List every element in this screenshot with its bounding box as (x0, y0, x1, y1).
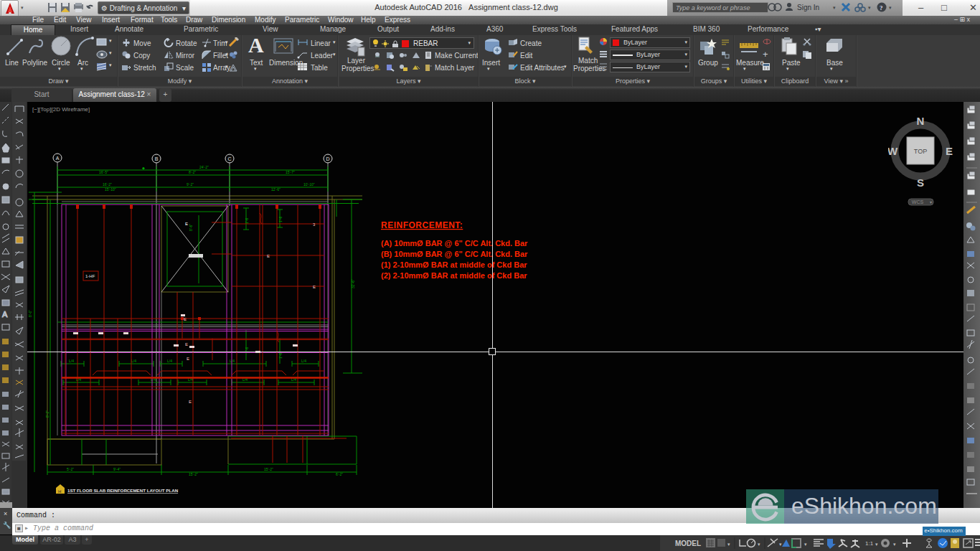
svg-text:8'-2": 8'-2" (45, 410, 50, 418)
svg-text:H: H (58, 489, 61, 494)
svg-text:L/4: L/4 (131, 359, 136, 363)
svg-text:1'-6: 1'-6 (278, 353, 283, 359)
svg-text:15'-7": 15'-7" (286, 170, 295, 174)
svg-text:▾: ▾ (758, 542, 760, 547)
svg-text:▾: ▾ (868, 5, 871, 10)
svg-text:B: B (155, 156, 159, 161)
svg-text:L/4: L/4 (167, 359, 172, 363)
svg-text:1'-6: 1'-6 (245, 218, 249, 224)
svg-text:A: A (2, 310, 8, 319)
svg-text:L/4: L/4 (301, 359, 306, 363)
svg-text:9'-2": 9'-2" (187, 182, 194, 187)
svg-text:W: W (888, 145, 898, 157)
svg-text:E: E (946, 145, 953, 157)
svg-text:3: 3 (313, 222, 316, 227)
svg-text:(2) 2-10mmØ BAR at middle of C: (2) 2-10mmØ BAR at middle of Ckd Bar (381, 271, 527, 280)
svg-text:Sign In: Sign In (797, 4, 819, 11)
svg-text:REINFORCEMENT:: REINFORCEMENT: (381, 220, 463, 230)
svg-text:E: E (189, 400, 192, 404)
svg-text:▾: ▾ (893, 542, 896, 547)
svg-text:(A) 10mmØ BAR @ 6" C/C Alt. Ck: (A) 10mmØ BAR @ 6" C/C Alt. Ckd. Bar (381, 239, 528, 248)
svg-text:(B) 10mmØ BAR @ 6" C/C Alt. Ck: (B) 10mmØ BAR @ 6" C/C Alt. Ckd. Bar (381, 250, 528, 258)
svg-text:TOP: TOP (914, 148, 927, 155)
svg-text:1:1: 1:1 (865, 540, 874, 547)
svg-text:E: E (184, 317, 187, 321)
svg-text:16'-2": 16'-2" (103, 182, 112, 187)
svg-text:E: E (185, 222, 188, 226)
svg-text:▾: ▾ (875, 542, 878, 547)
svg-text:16'-5": 16'-5" (99, 170, 108, 174)
svg-text:E: E (185, 342, 188, 347)
svg-text:MODEL: MODEL (675, 540, 701, 547)
svg-text:8'-0": 8'-0" (28, 310, 32, 317)
svg-text:8'-6": 8'-6" (189, 224, 193, 231)
svg-text:6'-2": 6'-2" (336, 472, 343, 476)
svg-text:E: E (267, 254, 270, 258)
svg-text:12'-6": 12'-6" (271, 187, 281, 192)
svg-text:▾: ▾ (833, 5, 836, 10)
svg-text:S: S (917, 176, 924, 189)
svg-text:1-HF: 1-HF (85, 274, 95, 278)
svg-text:▾: ▾ (804, 542, 807, 547)
svg-text:15'-2": 15'-2" (264, 467, 273, 471)
svg-text:▾: ▾ (930, 200, 932, 204)
svg-text:◆: ◆ (142, 166, 145, 170)
svg-text:WCS: WCS (912, 199, 924, 204)
svg-text:▾: ▾ (889, 5, 892, 10)
svg-text:15'-10": 15'-10" (105, 187, 116, 192)
svg-text:5'-2": 5'-2" (67, 467, 74, 471)
svg-text:▾: ▾ (727, 542, 730, 547)
svg-text:32'-6": 32'-6" (351, 279, 355, 288)
svg-text:?: ? (880, 4, 883, 11)
svg-text:N: N (917, 115, 925, 127)
svg-text:10'-10": 10'-10" (303, 182, 315, 187)
svg-text:1ST FLOOR SLAB REINFORCEMENT L: 1ST FLOOR SLAB REINFORCEMENT LAYOUT PLAN (67, 488, 179, 493)
svg-text:C: C (227, 156, 231, 161)
svg-text:8'-2": 8'-2" (189, 170, 196, 174)
svg-text:9'-4": 9'-4" (113, 467, 121, 471)
svg-text:L/4: L/4 (230, 359, 235, 363)
svg-text:E: E (187, 357, 189, 361)
svg-text:▾: ▾ (779, 542, 782, 547)
svg-text:E: E (313, 285, 316, 289)
svg-text:L/4: L/4 (69, 359, 74, 363)
svg-text:24'-2": 24'-2" (199, 165, 209, 169)
svg-text:1'-6: 1'-6 (278, 217, 283, 222)
svg-text:(1) 2-10mmØ BAR at middle of C: (1) 2-10mmØ BAR at middle of Ckd Bar (381, 260, 527, 269)
svg-text:A: A (56, 156, 60, 161)
svg-text:15'-2": 15'-2" (189, 472, 198, 476)
svg-text:D: D (326, 156, 329, 161)
